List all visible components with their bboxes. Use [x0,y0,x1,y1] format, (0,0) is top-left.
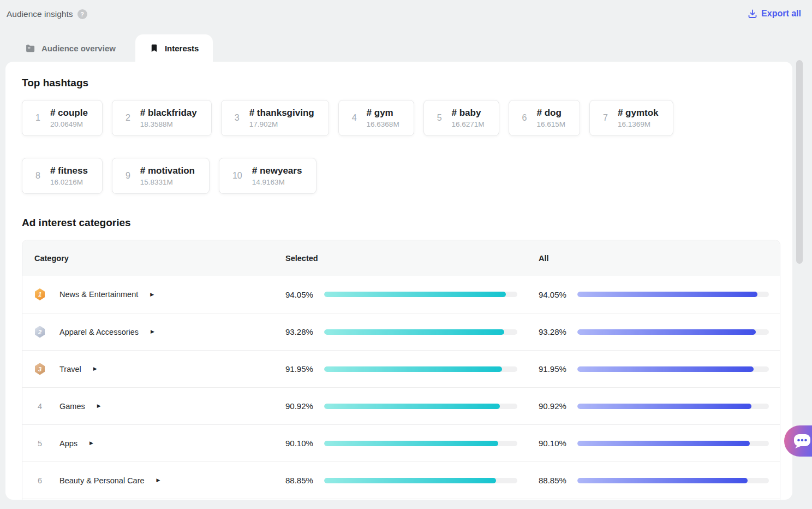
table-row: 4 Games ▶ 90.92% 90.92% [22,387,780,424]
hashtag-card: 2 # blackfriday 18.3588M [112,100,212,136]
hashtag-rank: 6 [522,113,527,123]
hashtag-rank: 1 [35,113,40,123]
all-percent: 93.28% [539,327,577,336]
hashtag-card: 1 # couple 20.0649M [22,100,103,136]
hashtag-card: 9 # motivation 15.8331M [112,158,210,194]
selected-cell: 90.92% [285,401,539,411]
hashtag-count: 15.8331M [140,177,195,187]
expand-caret-icon[interactable]: ▶ [89,441,93,446]
hashtag-name: # fitness [50,165,88,177]
download-icon [748,9,757,19]
rank-slot: 3 [34,363,45,375]
hashtag-card: 5 # baby 16.6271M [423,100,499,136]
top-bar: Audience insights ? Export all [0,0,812,34]
expand-caret-icon[interactable]: ▶ [150,292,154,297]
vertical-scrollbar-thumb[interactable] [796,60,803,264]
hashtag-rank: 10 [232,171,242,181]
table-row: 3 Travel ▶ 91.95% 91.95% [22,350,780,387]
rank-number: 5 [38,439,42,448]
category-cell: 1 News & Entertainment ▶ [22,288,285,300]
all-bar [577,366,769,372]
category-cell: 5 Apps ▶ [22,439,285,448]
hashtag-name: # newyears [252,165,302,177]
chat-widget-button[interactable] [784,425,812,457]
hashtag-name: # blackfriday [140,107,197,119]
rank-slot: 5 [34,439,45,448]
table-header-row: Category Selected All [22,240,780,276]
table-row: 2 Apparel & Accessories ▶ 93.28% 93.28% [22,313,780,350]
hashtag-rank: 8 [35,171,40,181]
selected-bar [324,404,517,409]
selected-bar [324,441,517,446]
tab-audience-overview-label: Audience overview [41,44,116,53]
all-cell: 90.92% [539,401,780,411]
hashtag-card: 7 # gymtok 16.1369M [589,100,673,136]
all-percent: 90.10% [539,439,577,448]
hashtag-name: # baby [452,107,485,119]
rank-slot: 1 [34,288,45,300]
hashtag-rank: 7 [603,113,608,123]
hashtag-count: 16.615M [536,120,565,129]
export-all-label: Export all [761,9,801,19]
expand-caret-icon[interactable]: ▶ [151,329,154,334]
category-cell: 3 Travel ▶ [22,363,285,375]
all-percent: 88.85% [539,476,577,485]
hashtag-name: # couple [50,107,88,119]
all-percent: 90.92% [539,401,577,411]
category-name: Beauty & Personal Care [59,476,145,485]
hashtag-rank: 2 [126,113,130,123]
all-cell: 94.05% [539,290,780,299]
column-header-category: Category [22,254,285,263]
tab-audience-overview[interactable]: Audience overview [11,34,130,62]
category-cell: 6 Beauty & Personal Care ▶ [22,476,285,485]
rank-number: 4 [38,402,42,411]
hashtag-rank: 5 [437,113,442,123]
export-all-button[interactable]: Export all [748,9,801,19]
selected-percent: 90.92% [285,401,324,411]
hashtag-count: 18.3588M [140,120,197,129]
table-row-partial [22,499,780,500]
selected-bar [324,478,517,483]
bookmark-icon [150,44,159,53]
hashtag-count: 14.9163M [252,177,302,187]
tab-interests-label: Interests [165,44,199,53]
selected-cell: 88.85% [285,476,539,485]
hashtag-count: 17.902M [249,120,314,129]
bronze-medal-icon: 3 [34,363,45,375]
rank-slot: 6 [34,476,45,485]
rank-slot: 4 [34,402,45,411]
page-title-group: Audience insights ? [7,9,87,19]
column-header-all: All [539,254,780,263]
top-hashtags-heading: Top hashtags [22,77,780,89]
help-icon[interactable]: ? [77,9,87,19]
category-cell: 2 Apparel & Accessories ▶ [22,326,285,338]
selected-cell: 90.10% [285,439,539,448]
silver-medal-icon: 2 [34,326,45,338]
hashtag-count: 16.0216M [50,177,88,187]
category-name: Games [59,402,85,411]
all-bar [577,404,769,409]
selected-percent: 91.95% [285,364,324,374]
hashtag-card-grid: 1 # couple 20.0649M 2 # blackfriday 18.3… [22,100,780,194]
hashtag-count: 16.1369M [618,120,659,129]
category-cell: 4 Games ▶ [22,402,285,411]
rank-slot: 2 [34,326,45,338]
all-cell: 90.10% [539,439,780,448]
all-bar [577,478,769,483]
all-percent: 94.05% [539,290,577,299]
selected-bar [324,292,517,297]
tab-bar: Audience overview Interests [11,34,213,62]
selected-percent: 90.10% [285,439,324,448]
tab-interests[interactable]: Interests [135,34,213,62]
table-row: 5 Apps ▶ 90.10% 90.10% [22,424,780,461]
expand-caret-icon[interactable]: ▶ [97,404,101,409]
content-panel: Top hashtags 1 # couple 20.0649M 2 # bla… [5,62,792,500]
hashtag-count: 20.0649M [50,120,88,129]
hashtag-card: 3 # thanksgiving 17.902M [221,100,329,136]
category-name: Apps [59,439,77,448]
selected-percent: 88.85% [285,476,324,485]
table-row: 6 Beauty & Personal Care ▶ 88.85% 88.85% [22,461,780,499]
expand-caret-icon[interactable]: ▶ [93,366,97,371]
selected-bar [324,329,517,335]
expand-caret-icon[interactable]: ▶ [157,478,160,483]
